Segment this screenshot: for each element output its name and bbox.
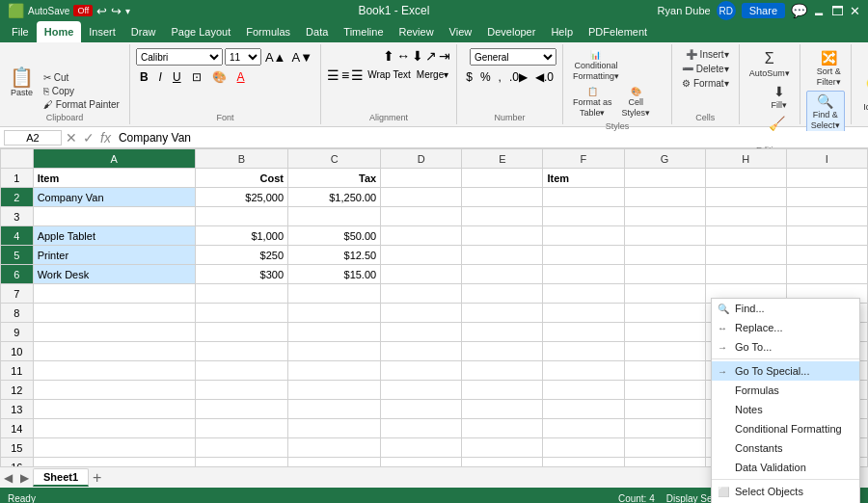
tab-file[interactable]: File xyxy=(4,21,37,42)
close-button[interactable]: ✕ xyxy=(850,4,860,18)
col-header-b[interactable]: B xyxy=(195,149,287,169)
percent-button[interactable]: % xyxy=(477,69,494,85)
cell-d3[interactable] xyxy=(381,207,462,226)
align-bottom-button[interactable]: ⬇ xyxy=(412,48,423,64)
redo-icon[interactable]: ↪ xyxy=(111,4,122,18)
underline-button[interactable]: U xyxy=(169,69,185,85)
autosave-toggle[interactable]: Off xyxy=(73,5,93,16)
col-header-g[interactable]: G xyxy=(624,149,705,169)
tab-pdfelement[interactable]: PDFelement xyxy=(581,21,655,42)
align-right-button[interactable]: ☰ xyxy=(351,67,364,83)
col-header-f[interactable]: F xyxy=(543,149,624,169)
cell-e5[interactable] xyxy=(462,246,543,265)
tab-data[interactable]: Data xyxy=(298,21,336,42)
cell-h2[interactable] xyxy=(705,188,786,207)
cell-d1[interactable] xyxy=(381,169,462,188)
merge-center-button[interactable]: Merge▾ xyxy=(415,67,450,83)
ideas-button[interactable]: 💡 Ideas xyxy=(857,65,868,122)
tab-home[interactable]: Home xyxy=(37,21,82,42)
cell-b5[interactable]: $250 xyxy=(195,246,287,265)
add-sheet-button[interactable]: + xyxy=(89,469,105,487)
cell-g5[interactable] xyxy=(624,246,705,265)
align-center-button[interactable]: ≡ xyxy=(341,67,349,83)
cell-g3[interactable] xyxy=(624,207,705,226)
format-cells-button[interactable]: ⚙ Format▾ xyxy=(678,77,732,90)
cell-g2[interactable] xyxy=(624,188,705,207)
delete-cells-button[interactable]: ➖ Delete▾ xyxy=(678,63,733,75)
col-header-e[interactable]: E xyxy=(462,149,543,169)
cell-h3[interactable] xyxy=(705,207,786,226)
increase-font-button[interactable]: A▲ xyxy=(263,50,288,65)
restore-button[interactable]: 🗖 xyxy=(831,4,844,18)
cut-button[interactable]: ✂ Cut xyxy=(40,71,72,84)
cell-c3[interactable] xyxy=(288,207,381,226)
col-header-d[interactable]: D xyxy=(381,149,462,169)
cell-i6[interactable] xyxy=(786,265,867,284)
cell-d2[interactable] xyxy=(381,188,462,207)
cell-g4[interactable] xyxy=(624,226,705,246)
cell-c6[interactable]: $15.00 xyxy=(288,265,381,284)
align-left-button[interactable]: ☰ xyxy=(327,67,339,83)
cell-i3[interactable] xyxy=(786,207,867,226)
cell-a3[interactable] xyxy=(33,207,195,226)
align-top-button[interactable]: ⬆ xyxy=(383,48,394,64)
confirm-formula-icon[interactable]: ✓ xyxy=(83,130,95,146)
cell-e1[interactable] xyxy=(462,169,543,188)
menu-item-find[interactable]: 🔍 Find... xyxy=(712,299,859,318)
font-family-select[interactable]: Calibri xyxy=(136,48,223,66)
undo-icon[interactable]: ↩ xyxy=(96,4,107,18)
cell-e3[interactable] xyxy=(462,207,543,226)
fill-button[interactable]: ⬇ Fill▾ xyxy=(765,82,794,112)
cancel-formula-icon[interactable]: ✕ xyxy=(66,130,77,146)
tab-insert[interactable]: Insert xyxy=(81,21,123,42)
share-button[interactable]: Share xyxy=(742,3,785,18)
tab-draw[interactable]: Draw xyxy=(123,21,164,42)
sheet-tab-next[interactable]: ▶ xyxy=(16,471,33,485)
menu-item-replace[interactable]: ↔ Replace... xyxy=(712,318,859,337)
minimize-button[interactable]: 🗕 xyxy=(813,4,826,18)
currency-button[interactable]: $ xyxy=(463,69,475,85)
tab-timeline[interactable]: Timeline xyxy=(336,21,391,42)
col-header-i[interactable]: I xyxy=(786,149,867,169)
tab-page-layout[interactable]: Page Layout xyxy=(163,21,238,42)
cell-a1[interactable]: Item xyxy=(33,169,195,188)
format-painter-button[interactable]: 🖌 Format Painter xyxy=(40,98,123,111)
cell-d4[interactable] xyxy=(381,226,462,246)
italic-button[interactable]: I xyxy=(155,69,166,85)
indent-more-button[interactable]: ⇥ xyxy=(439,48,450,64)
cell-a2[interactable]: Company Van xyxy=(33,188,195,207)
menu-item-conditional-formatting[interactable]: Conditional Formatting xyxy=(712,419,859,438)
cell-c1[interactable]: Tax xyxy=(288,169,381,188)
tab-view[interactable]: View xyxy=(442,21,480,42)
cell-e2[interactable] xyxy=(462,188,543,207)
cell-a6[interactable]: Work Desk xyxy=(33,265,195,284)
find-select-button[interactable]: 🔍 Find & Select▾ xyxy=(806,91,845,133)
cell-h5[interactable] xyxy=(705,246,786,265)
cell-i4[interactable] xyxy=(786,226,867,246)
align-middle-button[interactable]: ↔ xyxy=(396,48,410,64)
cell-d6[interactable] xyxy=(381,265,462,284)
bold-button[interactable]: B xyxy=(136,69,152,85)
cell-e6[interactable] xyxy=(462,265,543,284)
comma-button[interactable]: , xyxy=(496,69,504,85)
decrease-decimal-button[interactable]: ◀.0 xyxy=(532,69,556,85)
tab-formulas[interactable]: Formulas xyxy=(238,21,298,42)
format-as-table-button[interactable]: 📋 Format as Table▾ xyxy=(569,85,616,119)
font-color-button[interactable]: A xyxy=(233,69,249,85)
wrap-text-button[interactable]: Wrap Text xyxy=(366,67,413,83)
tab-help[interactable]: Help xyxy=(543,21,581,42)
sheet-tab-sheet1[interactable]: Sheet1 xyxy=(33,468,89,487)
cell-f2[interactable] xyxy=(543,188,624,207)
col-header-a[interactable]: A xyxy=(33,149,195,169)
cell-b4[interactable]: $1,000 xyxy=(195,226,287,246)
cell-h4[interactable] xyxy=(705,226,786,246)
sort-filter-button[interactable]: 🔀 Sort & Filter▾ xyxy=(813,48,845,89)
menu-item-data-validation[interactable]: Data Validation xyxy=(712,458,859,477)
cell-c2[interactable]: $1,250.00 xyxy=(288,188,381,207)
cell-h1[interactable] xyxy=(705,169,786,188)
fill-color-button[interactable]: 🎨 xyxy=(208,69,231,85)
insert-cells-button[interactable]: ➕ Insert▾ xyxy=(682,48,733,61)
cell-g1[interactable] xyxy=(624,169,705,188)
cell-f4[interactable] xyxy=(543,226,624,246)
tab-developer[interactable]: Developer xyxy=(479,21,543,42)
